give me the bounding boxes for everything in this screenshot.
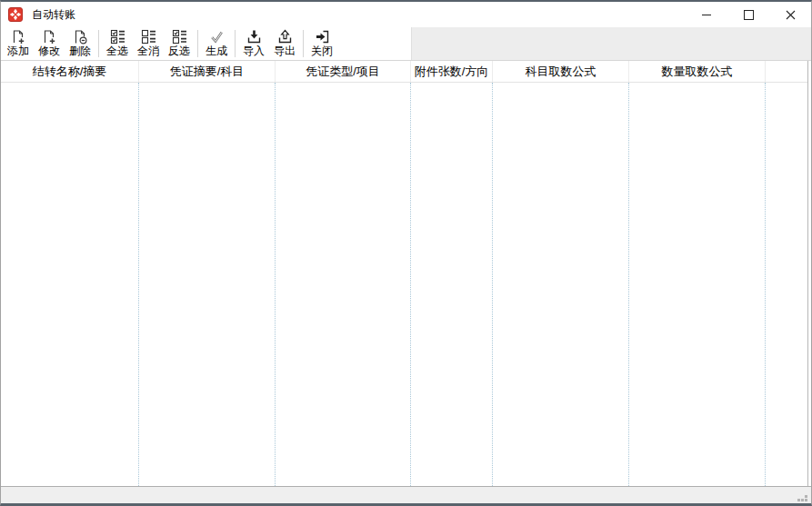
delete-button[interactable]: 删除 [65, 28, 95, 60]
select-all-button[interactable]: 全选 [102, 28, 133, 60]
import-button[interactable]: 导入 [238, 28, 269, 60]
export-icon [277, 29, 293, 45]
transfer-table: 结转名称/摘要 凭证摘要/科目 凭证类型/项目 附件张数/方向 科目取数公式 数… [1, 61, 808, 486]
window-title: 自动转账 [32, 7, 75, 23]
window-controls [686, 2, 811, 27]
generate-label: 生成 [206, 45, 227, 57]
table-body-column [139, 83, 276, 486]
close-button[interactable] [769, 2, 811, 27]
column-header-transfer-name[interactable]: 结转名称/摘要 [1, 61, 139, 82]
select-all-label: 全选 [106, 45, 128, 57]
toolbar-separator [98, 30, 99, 57]
edit-record-icon [42, 29, 57, 45]
edit-button[interactable]: 修改 [34, 28, 65, 60]
column-header-attachment-direction[interactable]: 附件张数/方向 [411, 61, 493, 82]
table-body-column [1, 83, 139, 486]
invert-selection-button[interactable]: 反选 [164, 28, 195, 60]
table-body-column [766, 83, 807, 486]
toolbar-separator [303, 30, 304, 57]
export-label: 导出 [274, 45, 296, 57]
table-body-empty [1, 83, 807, 486]
toolbar-group-close: 关闭 [306, 27, 337, 60]
table-body-column [276, 83, 411, 486]
select-all-icon [110, 29, 125, 45]
column-header-empty [766, 61, 807, 82]
maximize-button[interactable] [727, 2, 769, 27]
invert-selection-icon [172, 29, 187, 45]
invert-selection-label: 反选 [168, 45, 190, 57]
add-label: 添加 [7, 45, 29, 57]
toolbar: 添加 修改 删除 [1, 27, 811, 61]
table-body-column [629, 83, 766, 486]
column-header-account-formula[interactable]: 科目取数公式 [493, 61, 629, 82]
generate-check-icon [209, 29, 225, 45]
column-header-voucher-summary[interactable]: 凭证摘要/科目 [139, 61, 276, 82]
toolbar-group-selection: 全选 全消 [102, 27, 195, 60]
close-panel-icon [315, 29, 330, 45]
table-body-column [411, 83, 493, 486]
toolbar-separator [197, 30, 198, 57]
clear-selection-label: 全消 [137, 45, 159, 57]
add-record-icon [11, 29, 26, 45]
edit-label: 修改 [38, 45, 60, 57]
status-bar [1, 487, 811, 504]
minimize-icon [702, 15, 711, 15]
import-icon [246, 29, 262, 45]
close-icon [786, 10, 796, 20]
minimize-button[interactable] [686, 2, 727, 27]
export-button[interactable]: 导出 [269, 28, 300, 60]
toolbar-empty-area [412, 27, 811, 60]
column-header-quantity-formula[interactable]: 数量取数公式 [629, 61, 766, 82]
auto-transfer-window: 自动转账 添加 [0, 0, 812, 506]
toolbar-panel: 添加 修改 删除 [1, 27, 412, 60]
toolbar-group-transfer: 导入 导出 [238, 27, 300, 60]
close-panel-label: 关闭 [311, 45, 333, 57]
maximize-icon [744, 10, 754, 20]
toolbar-group-generate: 生成 [201, 27, 232, 60]
toolbar-group-edit: 添加 修改 删除 [3, 27, 95, 60]
toolbar-separator [235, 30, 236, 57]
close-panel-button[interactable]: 关闭 [306, 28, 337, 60]
titlebar: 自动转账 [1, 2, 811, 27]
resize-grip[interactable] [797, 495, 808, 502]
add-button[interactable]: 添加 [3, 28, 34, 60]
import-label: 导入 [243, 45, 265, 57]
column-header-voucher-type[interactable]: 凭证类型/项目 [276, 61, 411, 82]
table-body-column [493, 83, 629, 486]
clear-selection-button[interactable]: 全消 [133, 28, 164, 60]
delete-label: 删除 [69, 45, 91, 57]
generate-button[interactable]: 生成 [201, 28, 232, 60]
clear-selection-icon [141, 29, 156, 45]
transfer-app-icon [8, 7, 23, 22]
table-header-row: 结转名称/摘要 凭证摘要/科目 凭证类型/项目 附件张数/方向 科目取数公式 数… [1, 61, 807, 83]
delete-record-icon [73, 29, 88, 45]
